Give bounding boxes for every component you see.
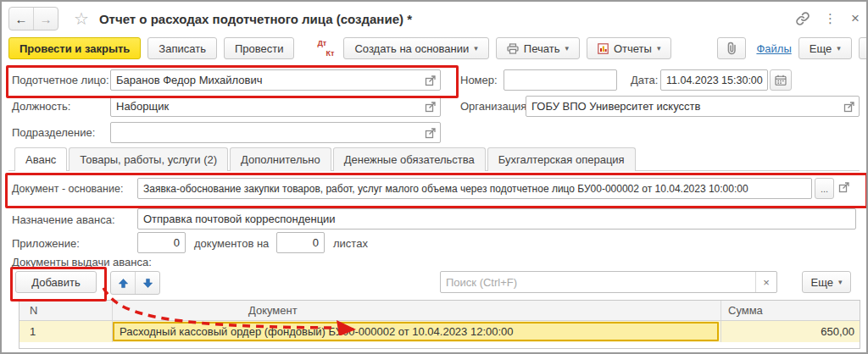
printer-icon xyxy=(507,43,519,54)
paperclip-icon xyxy=(726,41,737,55)
move-up-button[interactable] xyxy=(111,272,135,294)
issue-documents-label: Документы выдачи аванса: xyxy=(12,256,152,268)
files-link[interactable]: Файлы xyxy=(756,42,791,55)
nav-button-group: ← → xyxy=(8,7,58,30)
grid-more-button[interactable]: Еще ▾ xyxy=(802,271,851,293)
selected-cell[interactable]: Расходный кассовый ордер (фондовый) БУ00… xyxy=(113,322,719,341)
open-link-icon[interactable] xyxy=(425,101,437,113)
add-button[interactable]: Добавить xyxy=(15,271,97,293)
search-clear-icon[interactable]: × xyxy=(755,272,776,292)
basis-ellipsis-button[interactable]: ... xyxy=(815,178,834,199)
forward-icon[interactable]: → xyxy=(33,8,58,30)
column-header-n[interactable]: N xyxy=(19,301,113,320)
open-link-icon[interactable] xyxy=(843,101,855,113)
organization-label: Организация: xyxy=(460,100,530,113)
basis-document-field[interactable]: Заявка-обоснование закупки товаров, рабо… xyxy=(137,178,812,199)
table-header-row: N Документ Сумма xyxy=(19,301,860,321)
tab-avans[interactable]: Аванс xyxy=(14,147,67,171)
move-buttons xyxy=(110,271,160,295)
basis-document-value: Заявка-обоснование закупки товаров, рабо… xyxy=(143,183,808,195)
print-label: Печать xyxy=(524,42,560,55)
search-box: × xyxy=(440,271,777,293)
create-based-on-button[interactable]: Создать на основании ▾ xyxy=(343,37,488,59)
toolbar: Провести и закрыть Записать Провести Дт … xyxy=(8,36,860,60)
chevron-down-icon: ▾ xyxy=(474,45,478,53)
toolbar-more-button[interactable]: Еще ▾ xyxy=(798,37,852,59)
favorite-star-icon[interactable]: ☆ xyxy=(74,10,89,27)
reports-button[interactable]: Отчеты ▾ xyxy=(587,37,671,59)
column-header-sum[interactable]: Сумма xyxy=(721,301,860,320)
app-window: ← → ☆ Отчет о расходах подотчетного лица… xyxy=(0,0,868,354)
position-field[interactable]: Наборщик xyxy=(110,96,441,117)
accountable-person-value: Баранов Федор Михайлович xyxy=(116,74,421,86)
chevron-down-icon: ▾ xyxy=(838,279,843,286)
department-label: Подразделение: xyxy=(12,126,95,139)
back-icon[interactable]: ← xyxy=(9,8,33,30)
calendar-button[interactable] xyxy=(770,69,792,91)
save-button[interactable]: Записать xyxy=(147,37,217,59)
chevron-down-icon: ▾ xyxy=(837,45,841,53)
basis-document-label: Документ - основание: xyxy=(12,183,123,195)
more-label: Еще xyxy=(811,276,833,289)
calendar-icon xyxy=(775,75,787,86)
advance-purpose-label: Назначение аванса: xyxy=(12,213,115,226)
organization-field[interactable]: ГОБУ ВПО Университет искусств xyxy=(526,96,860,117)
kt-label: Кт xyxy=(326,49,335,58)
tab-buhgalterskaya-operaciya[interactable]: Бухгалтерская операция xyxy=(487,147,636,171)
attachment-sheets-text: листах xyxy=(333,237,368,250)
print-button[interactable]: Печать ▾ xyxy=(496,37,580,59)
more-label: Еще xyxy=(810,42,832,55)
tab-denezhnye-obyazatelstva[interactable]: Денежные обязательства xyxy=(333,147,486,171)
arrow-down-icon xyxy=(142,278,153,289)
open-link-icon[interactable] xyxy=(425,127,437,139)
post-button[interactable]: Провести xyxy=(224,37,295,59)
attachment-label: Приложение: xyxy=(12,237,80,250)
create-based-on-label: Создать на основании xyxy=(354,42,469,55)
row-sum-cell[interactable]: 650,00 xyxy=(721,321,860,342)
chevron-down-icon: ▾ xyxy=(565,45,569,53)
post-and-close-button[interactable]: Провести и закрыть xyxy=(8,37,141,59)
department-field[interactable] xyxy=(110,122,441,143)
tab-dopolnitelno[interactable]: Дополнительно xyxy=(230,147,331,171)
organization-value: ГОБУ ВПО Университет искусств xyxy=(531,100,840,113)
menu-dots-icon[interactable]: ⋮ xyxy=(824,11,837,26)
date-label: Дата: xyxy=(631,74,658,86)
move-down-button[interactable] xyxy=(135,272,159,294)
advance-purpose-value: Отправка почтовой корреспонденции xyxy=(143,213,852,225)
date-field[interactable]: 11.04.2023 15:30:00 xyxy=(660,69,768,91)
accountable-person-field[interactable]: Баранов Федор Михайлович xyxy=(110,69,441,91)
report-chart-icon xyxy=(598,43,609,54)
search-input[interactable] xyxy=(441,276,755,289)
position-label: Должность: xyxy=(12,100,70,113)
attachment-sheets-input[interactable] xyxy=(276,232,325,253)
open-link-icon[interactable] xyxy=(838,181,850,193)
position-value: Наборщик xyxy=(116,100,421,113)
close-icon[interactable]: × xyxy=(851,10,860,27)
documents-table: N Документ Сумма 1 Расходный кассовый ор… xyxy=(19,300,860,349)
tab-tovary-raboty-uslugi[interactable]: Товары, работы, услуги (2) xyxy=(69,147,228,171)
number-input[interactable] xyxy=(504,69,617,91)
attachment-docs-input[interactable] xyxy=(137,232,186,253)
page-title: Отчет о расходах подотчетного лица (созд… xyxy=(99,12,412,26)
link-icon[interactable] xyxy=(796,12,810,25)
titlebar: ← → ☆ Отчет о расходах подотчетного лица… xyxy=(8,6,860,31)
arrow-up-icon xyxy=(118,278,129,289)
dtkt-postings-icon[interactable]: Дт Кт xyxy=(314,37,337,59)
row-number-cell[interactable]: 1 xyxy=(19,321,113,342)
tab-bar: Аванс Товары, работы, услуги (2) Дополни… xyxy=(8,147,860,171)
help-button[interactable]: ? xyxy=(859,37,868,59)
attachments-button[interactable] xyxy=(717,37,746,59)
number-label: Номер: xyxy=(460,74,498,86)
chevron-down-icon: ▾ xyxy=(657,45,661,53)
column-header-document[interactable]: Документ xyxy=(113,301,721,320)
table-row[interactable]: 1 Расходный кассовый ордер (фондовый) БУ… xyxy=(19,321,860,342)
titlebar-icons: ⋮ × xyxy=(796,10,860,27)
dt-label: Дт xyxy=(317,39,326,47)
reports-label: Отчеты xyxy=(614,42,652,55)
advance-purpose-field[interactable]: Отправка почтовой корреспонденции xyxy=(137,208,856,230)
date-value: 11.04.2023 15:30:00 xyxy=(666,75,764,86)
open-link-icon[interactable] xyxy=(425,75,437,86)
accountable-person-label: Подотчетное лицо: xyxy=(12,74,109,86)
row-document-cell[interactable]: Расходный кассовый ордер (фондовый) БУ00… xyxy=(113,321,721,342)
attachment-docs-text: документов на xyxy=(194,237,269,250)
